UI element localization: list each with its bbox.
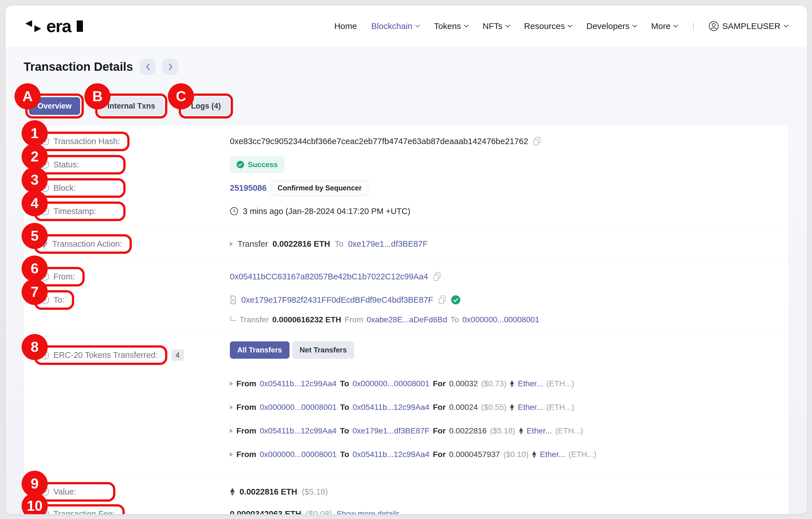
row-timestamp: 4 ? Timestamp: 3 mins ago (Jan-28-2024 0… — [41, 199, 772, 223]
ethereum-icon — [510, 380, 514, 387]
row-label: ERC-20 Tokens Transferred: — [53, 351, 158, 360]
fee-usd: ($0.08) — [306, 509, 332, 515]
copy-icon[interactable] — [533, 137, 541, 146]
brand-cursor-block — [77, 21, 83, 32]
copy-icon[interactable] — [438, 295, 446, 304]
nav-item-blockchain[interactable]: Blockchain — [371, 21, 419, 31]
to-word: To — [340, 403, 349, 412]
annotation-box-tab-b: B Internal Txns — [95, 93, 167, 118]
era-logo[interactable]: era — [24, 17, 83, 35]
action-to-address-link[interactable]: 0xe179e1...df3BE87F — [348, 239, 428, 249]
nav-item-home[interactable]: Home — [334, 21, 357, 31]
expand-triangle-icon[interactable] — [230, 381, 233, 386]
erc20-transfer-row: From 0x05411b...12c99Aa4 To 0xe179e1...d… — [230, 421, 772, 440]
to-word: To — [340, 379, 349, 388]
expand-triangle-icon[interactable] — [230, 452, 233, 457]
sub-to-address-link[interactable]: 0x000000...00008001 — [462, 315, 539, 324]
tab-bar: A Overview B Internal Txns C Logs (4) — [25, 93, 789, 118]
era-arrows-icon — [24, 20, 42, 33]
for-word: For — [433, 379, 445, 388]
transfer-from-address-link[interactable]: 0x05411b...12c99Aa4 — [260, 379, 337, 388]
nav-label: NFTs — [483, 21, 502, 31]
token-name-link[interactable]: Ether... — [527, 426, 552, 435]
annotation-box: 8 ? ERC-20 Tokens Transferred: — [34, 345, 167, 365]
expand-triangle-icon[interactable] — [230, 429, 233, 433]
token-name-link[interactable]: Ether... — [518, 403, 543, 412]
nav-label: Developers — [586, 21, 630, 31]
from-address-link[interactable]: 0x05411bCC63167a82057Be42bC1b7022C12c99A… — [230, 272, 428, 281]
nav-label: Tokens — [434, 21, 461, 31]
transfer-to-address-link[interactable]: 0x05411b...12c99Aa4 — [353, 403, 429, 412]
transfer-amount: 0.00032 — [449, 379, 478, 388]
row-label: To: — [53, 295, 64, 305]
chevron-down-icon — [505, 25, 510, 28]
nav-label: Resources — [524, 21, 565, 31]
prev-transaction-button[interactable] — [140, 59, 156, 75]
chevron-down-icon — [784, 25, 788, 28]
annotation-letter: A — [14, 83, 40, 109]
nav-item-more[interactable]: More — [651, 21, 678, 31]
transfer-usd: ($0.73) — [481, 379, 506, 388]
transfer-from-address-link[interactable]: 0x05411b...12c99Aa4 — [260, 426, 337, 435]
annotation-box: 9 ? Value: — [34, 482, 115, 502]
from-word: From — [236, 450, 256, 459]
annotation-box: 7 ? To: — [34, 290, 74, 310]
title-row: Transaction Details — [24, 47, 789, 75]
expand-triangle-icon[interactable] — [230, 242, 233, 246]
annotation-number: 1 — [22, 120, 48, 146]
sub-from-address-link[interactable]: 0xabe28E...aDeFd6Bd — [367, 315, 447, 324]
transfer-amount: 0.0022816 — [449, 426, 487, 435]
transfer-amount: 0.00024 — [449, 403, 478, 412]
block-number-link[interactable]: 25195086 — [230, 183, 266, 193]
token-name-link[interactable]: Ether... — [518, 379, 543, 388]
transfer-from-address-link[interactable]: 0x000000...00008001 — [260, 450, 337, 459]
user-menu[interactable]: SAMPLEUSER — [708, 21, 788, 31]
transfer-to-address-link[interactable]: 0x000000...00008001 — [353, 379, 430, 388]
section-transaction-action: 5 Transaction Action: Transfer 0.0022816… — [41, 228, 772, 260]
chevron-down-icon — [464, 25, 468, 28]
user-name: SAMPLEUSER — [722, 21, 780, 31]
expand-triangle-icon[interactable] — [230, 405, 233, 410]
ethereum-icon — [519, 427, 523, 435]
row-label: Value: — [53, 487, 76, 496]
row-label: Block: — [53, 183, 76, 193]
annotation-box: 10 ? Transaction Fee: — [34, 504, 125, 515]
annotation-number: 3 — [22, 167, 48, 193]
row-label: Status: — [53, 160, 79, 169]
row-erc20-transfers: 8 ? ERC-20 Tokens Transferred: 4 All Tra… — [41, 342, 772, 464]
transfer-usd: ($0.10) — [503, 450, 529, 459]
transfer-to-address-link[interactable]: 0x05411b...12c99Aa4 — [353, 450, 429, 459]
transfer-from-address-link[interactable]: 0x000000...00008001 — [260, 403, 337, 412]
nav-item-developers[interactable]: Developers — [586, 21, 637, 31]
transfer-amount: 0.0000457937 — [449, 450, 500, 459]
to-address-link[interactable]: 0xe179e17F982f2431FF0dEcdBFdf9eC4bdf3BE8… — [241, 295, 433, 305]
contract-document-icon — [230, 296, 237, 304]
show-more-details-link[interactable]: Show more details — [337, 510, 400, 515]
token-name-link[interactable]: Ether... — [540, 450, 565, 459]
copy-icon[interactable] — [433, 272, 441, 281]
from-word: From — [236, 379, 256, 388]
page-content: Transaction Details A Overview B Interna… — [5, 47, 807, 514]
sub-transfer-word: Transfer — [239, 315, 269, 324]
token-symbol: (ETH...) — [546, 403, 574, 412]
annotation-box: 4 ? Timestamp: — [34, 201, 125, 221]
row-from: 6 ? From: 0x05411bCC63167a82057Be42bC1b7… — [41, 265, 772, 288]
transfers-toggle: All Transfers Net Transfers — [230, 342, 772, 359]
nav-item-tokens[interactable]: Tokens — [434, 21, 468, 31]
section-value-fee: 9 ? Value: 0.0022816 ETH ($5.18) — [41, 474, 772, 515]
verified-check-icon — [451, 295, 461, 305]
next-transaction-button[interactable] — [163, 59, 178, 75]
nav-item-resources[interactable]: Resources — [524, 21, 572, 31]
net-transfers-button[interactable]: Net Transfers — [292, 342, 354, 359]
ethereum-icon — [510, 404, 514, 411]
nav-item-nfts[interactable]: NFTs — [483, 21, 510, 31]
value-usd: ($5.18) — [302, 487, 328, 496]
main-menu: Home Blockchain Tokens NFTs Resources De… — [334, 21, 788, 31]
all-transfers-button[interactable]: All Transfers — [230, 342, 290, 359]
transfer-to-address-link[interactable]: 0xe179e1...df3BE87F — [353, 426, 430, 435]
annotation-letter: C — [168, 83, 194, 109]
fee-amount: 0.0000342063 ETH — [230, 509, 301, 515]
nav-separator: | — [692, 21, 694, 31]
nav-label: Home — [334, 21, 357, 31]
annotation-number: 8 — [22, 334, 48, 360]
